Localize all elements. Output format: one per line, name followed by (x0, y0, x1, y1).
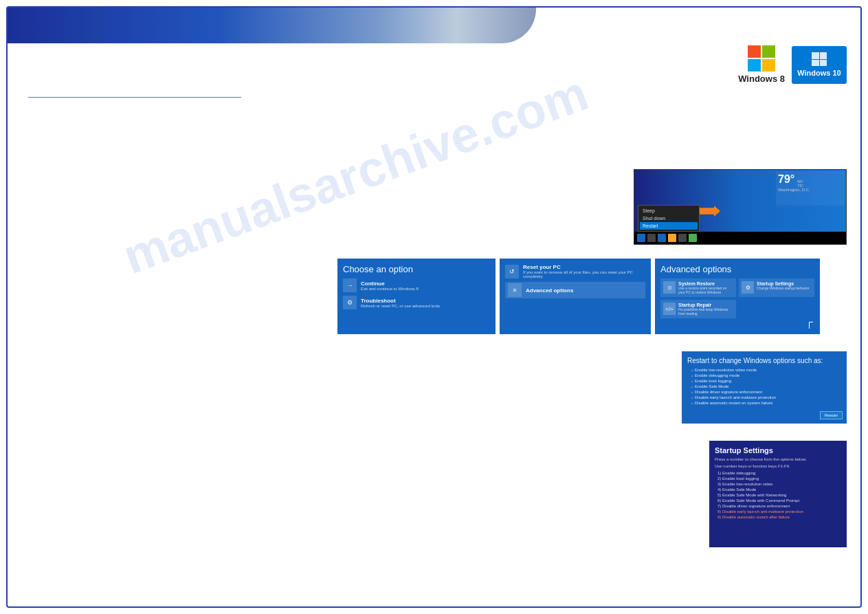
restart-opt-4: Enable Safe Mode (687, 384, 841, 388)
mouse-cursor (809, 322, 813, 329)
windows10-flag-icon (812, 52, 827, 66)
restart-options-title: Restart to change Windows options such a… (687, 357, 841, 364)
weather-temp: 79° (778, 173, 794, 186)
startup-item-2: 2) Enable boot logging (715, 476, 841, 481)
restart-opt-2: Enable debugging mode (687, 373, 841, 377)
advanced-title: Advanced options (660, 264, 814, 274)
troubleshoot-title: Troubleshoot (361, 298, 440, 304)
startup-settings-text: Startup Settings Change Windows startup … (757, 281, 809, 290)
continue-subtitle: Exit and continue to Windows 8 (361, 287, 419, 291)
restart-opt-3: Enable boot logging (687, 379, 841, 383)
reset-pc-option: ↺ Reset your PC If you want to remove al… (505, 264, 645, 278)
restart-label: Restart (643, 223, 658, 228)
continue-option: → Continue Exit and continue to Windows … (343, 278, 490, 292)
windows10-badge: Windows 10 (792, 46, 847, 84)
windows10-label: Windows 10 (797, 69, 841, 77)
startup-item-5: 5) Enable Safe Mode with Networking (715, 493, 841, 497)
screenshots-row: Choose an option → Continue Exit and con… (337, 259, 820, 334)
restart-options-list: Enable low-resolution video mode Enable … (687, 368, 841, 405)
advanced-grid: ⊙ System Restore Use a restore point rec… (660, 278, 814, 318)
logos-area: Windows 8 Windows 10 (738, 45, 847, 84)
troubleshoot-text: Troubleshoot Refresh or reset PC, or use… (361, 298, 440, 308)
restart-opt-5: Disable driver signature enforcement (687, 390, 841, 394)
system-restore-icon: ⊙ (663, 281, 676, 294)
adv-options-option: ≡ Advanced options (505, 282, 645, 298)
shutdown-label: Shut down (643, 216, 665, 221)
panel-troubleshoot: ↺ Reset your PC If you want to remove al… (500, 259, 651, 334)
taskbar (634, 232, 846, 244)
taskbar-folder-icon (668, 234, 676, 242)
startup-settings-main-title: Startup Settings (715, 446, 841, 454)
page-container: Windows 8 Windows 10 manualsarchive.com … (6, 6, 862, 608)
weather-widget: 79° 80° 73° Washington, D.C. (776, 171, 845, 206)
startup-item-6: 6) Enable Safe Mode with Command Prompt (715, 498, 841, 503)
startup-settings-note: Use number keys or function keys F1-F9. (715, 464, 841, 468)
continue-title: Continue (361, 281, 419, 287)
startup-settings-item: ⚙ Startup Settings Change Windows startu… (739, 278, 814, 297)
startup-settings-sub: Change Windows startup behavior (757, 286, 809, 290)
sleep-label: Sleep (643, 208, 655, 213)
troubleshoot-icon: ⚙ (343, 296, 357, 309)
weather-location: Washington, D.C. (778, 188, 843, 192)
popup-sleep: Sleep (640, 207, 698, 215)
panel-restart-options: Restart to change Windows options such a… (682, 351, 847, 424)
windows8-label: Windows 8 (738, 74, 785, 84)
troubleshoot-option: ⚙ Troubleshoot Refresh or reset PC, or u… (343, 296, 490, 309)
taskbar-ie-icon (658, 234, 666, 242)
restart-button[interactable]: Restart (820, 411, 843, 419)
troubleshoot-subtitle: Refresh or reset PC, or use advanced too… (361, 304, 440, 308)
system-restore-text: System Restore Use a restore point recor… (678, 281, 733, 294)
startup-item-8: 8) Disable early launch anti-malware pro… (715, 509, 841, 514)
adv-options-title: Advanced options (526, 287, 573, 294)
reset-subtitle: If you want to remove all of your files,… (523, 270, 645, 278)
restart-arrow-indicator (700, 206, 720, 217)
reset-title: Reset your PC (523, 264, 645, 270)
popup-restart: Restart (640, 222, 698, 230)
system-restore-title: System Restore (678, 281, 733, 286)
startup-repair-item: </> Startup Repair Fix problems that kee… (660, 300, 736, 318)
adv-options-text: Advanced options (526, 287, 573, 294)
continue-icon: → (343, 278, 357, 292)
startup-repair-icon: </> (663, 303, 676, 315)
startup-repair-text: Startup Repair Fix problems that keep Wi… (678, 303, 733, 316)
startup-item-3: 3) Enable low-resolution video (715, 482, 841, 486)
top-bar (8, 8, 536, 43)
taskbar-settings-icon (678, 234, 687, 242)
panel-advanced-options: Advanced options ⊙ System Restore Use a … (655, 259, 820, 334)
reset-icon: ↺ (505, 265, 519, 278)
panel-choose-option: Choose an option → Continue Exit and con… (337, 259, 496, 334)
reset-text: Reset your PC If you want to remove all … (523, 264, 645, 278)
restart-opt-1: Enable low-resolution video mode (687, 368, 841, 372)
system-restore-item: ⊙ System Restore Use a restore point rec… (660, 278, 736, 297)
windows8-logo: Windows 8 (738, 45, 785, 84)
startup-item-7: 7) Disable driver signature enforcement (715, 504, 841, 508)
startup-item-4: 4) Enable Safe Mode (715, 487, 841, 492)
continue-text: Continue Exit and continue to Windows 8 (361, 281, 419, 291)
restart-opt-6: Disable early launch anti-malware protec… (687, 395, 841, 399)
adv-options-icon: ≡ (508, 283, 522, 297)
section-underline (28, 97, 241, 98)
startup-repair-sub: Fix problems that keep Windows from load… (678, 307, 733, 316)
panel-startup-settings: Startup Settings Press a number to choos… (709, 441, 847, 547)
start-menu-inner: 79° 80° 73° Washington, D.C. Sleep Shut … (634, 170, 846, 244)
restart-opt-7: Disable automatic restart on system fail… (687, 401, 841, 405)
taskbar-search-icon (647, 234, 656, 242)
popup-shutdown: Shut down (640, 215, 698, 222)
power-menu-popup: Sleep Shut down Restart (638, 205, 700, 232)
taskbar-start-icon (637, 234, 645, 242)
startup-settings-subtitle: Press a number to choose from the option… (715, 457, 841, 461)
taskbar-chrome-icon (689, 234, 697, 242)
startup-item-9: 9) Disable automatic restart after failu… (715, 515, 841, 519)
startup-settings-icon: ⚙ (742, 281, 754, 294)
system-restore-sub: Use a restore point recorded on your PC … (678, 286, 733, 294)
startup-item-1: 1) Enable debugging (715, 471, 841, 475)
choose-option-title: Choose an option (343, 264, 490, 274)
startup-items-list: 1) Enable debugging 2) Enable boot loggi… (715, 471, 841, 519)
startup-settings-title: Startup Settings (757, 281, 809, 286)
startup-repair-title: Startup Repair (678, 303, 733, 307)
start-menu-screenshot: 79° 80° 73° Washington, D.C. Sleep Shut … (634, 169, 847, 245)
windows8-flag-icon (748, 45, 775, 72)
